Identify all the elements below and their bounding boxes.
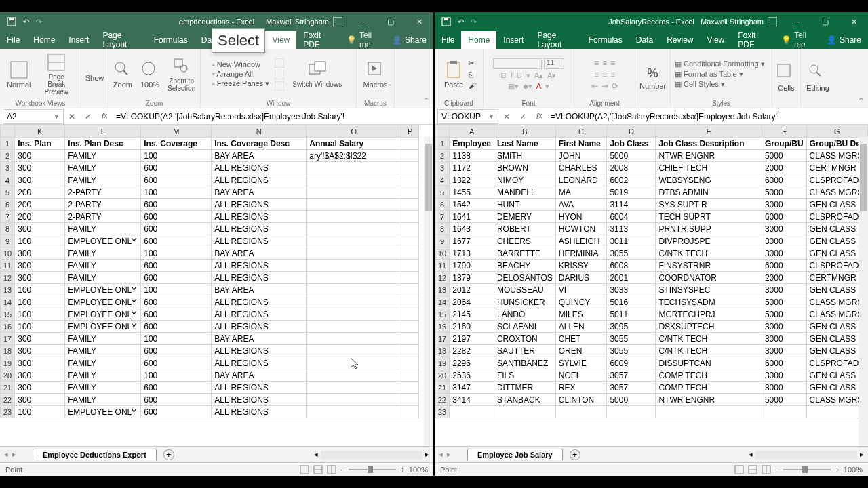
tab-page-layout[interactable]: Page Layout bbox=[530, 31, 581, 49]
cell[interactable] bbox=[401, 211, 419, 223]
cell[interactable] bbox=[401, 357, 419, 369]
cell[interactable]: 600 bbox=[141, 272, 212, 284]
cell[interactable]: 2008 bbox=[607, 162, 656, 174]
cell[interactable]: 3000 bbox=[762, 369, 806, 382]
cell[interactable]: ALL REGIONS bbox=[212, 296, 307, 308]
cell[interactable]: EMPLOYEE ONLY bbox=[65, 296, 141, 308]
cell[interactable]: ALL REGIONS bbox=[212, 272, 307, 284]
cell[interactable] bbox=[307, 308, 401, 321]
cell[interactable]: FILS bbox=[494, 369, 555, 382]
cell[interactable]: 600 bbox=[141, 345, 212, 357]
cell[interactable]: 300 bbox=[15, 150, 65, 162]
hscroll-right-icon[interactable]: ▸ bbox=[860, 450, 864, 459]
undo-icon[interactable]: ↶ bbox=[458, 18, 464, 26]
cell[interactable]: ALL REGIONS bbox=[212, 382, 307, 394]
col-header[interactable]: D bbox=[607, 125, 656, 138]
cell[interactable]: 1172 bbox=[450, 162, 494, 174]
cell[interactable]: STINSYSPEC bbox=[656, 284, 762, 296]
cell[interactable]: DEMERY bbox=[494, 211, 555, 223]
cell[interactable]: 6008 bbox=[607, 260, 656, 272]
cell[interactable]: FAMILY bbox=[65, 174, 141, 186]
row-header[interactable]: 16 bbox=[435, 321, 450, 333]
cell[interactable]: ALL REGIONS bbox=[212, 174, 307, 186]
cell[interactable]: ALL REGIONS bbox=[212, 394, 307, 406]
cell[interactable]: 1641 bbox=[450, 211, 494, 223]
cell[interactable]: 600 bbox=[141, 308, 212, 321]
tab-formulas[interactable]: Formulas bbox=[147, 31, 195, 49]
row-header[interactable]: 7 bbox=[1, 211, 15, 223]
cell[interactable]: 600 bbox=[141, 260, 212, 272]
cell[interactable]: 100 bbox=[15, 321, 65, 333]
row-header[interactable]: 11 bbox=[1, 260, 15, 272]
enter-formula-button[interactable]: ✓ bbox=[80, 112, 96, 121]
cells-button[interactable]: Cells bbox=[774, 62, 799, 94]
row-header[interactable]: 18 bbox=[1, 345, 15, 357]
maximize-button[interactable]: ▢ bbox=[811, 12, 840, 31]
cell[interactable]: 200 bbox=[15, 186, 65, 199]
cell[interactable]: Ins. Coverage bbox=[141, 138, 212, 150]
cell[interactable]: TECH SUPRT bbox=[656, 211, 762, 223]
cell[interactable] bbox=[401, 284, 419, 296]
cell[interactable]: 3414 bbox=[450, 394, 494, 406]
view-pagebreak-icon[interactable] bbox=[327, 465, 336, 474]
cell[interactable]: CLINTON bbox=[555, 394, 607, 406]
cell[interactable]: 1713 bbox=[450, 247, 494, 260]
new-window-button[interactable]: ▫ New Window bbox=[212, 60, 270, 68]
row-header[interactable]: 5 bbox=[435, 186, 450, 199]
maximize-button[interactable]: ▢ bbox=[376, 12, 405, 31]
share-button[interactable]: 👤Share bbox=[820, 31, 868, 49]
row-header[interactable]: 13 bbox=[435, 284, 450, 296]
zoom-level[interactable]: 100% bbox=[844, 466, 863, 474]
cell[interactable]: 3000 bbox=[762, 247, 806, 260]
cell[interactable]: FAMILY bbox=[65, 223, 141, 235]
cell[interactable] bbox=[401, 345, 419, 357]
row-header[interactable]: 19 bbox=[435, 357, 450, 369]
cell[interactable]: AVA bbox=[555, 199, 607, 211]
cell[interactable]: 100 bbox=[141, 333, 212, 345]
cell[interactable] bbox=[401, 308, 419, 321]
cell[interactable]: 300 bbox=[15, 272, 65, 284]
cell[interactable] bbox=[307, 223, 401, 235]
cell[interactable]: DTBS ADMIN bbox=[656, 186, 762, 199]
sheet-nav-prev-icon[interactable]: ◂ bbox=[0, 450, 12, 459]
cell[interactable]: VI bbox=[555, 284, 607, 296]
cell[interactable]: DELOSANTOS bbox=[494, 272, 555, 284]
copy-icon[interactable]: ⎘ bbox=[469, 70, 476, 79]
cell[interactable] bbox=[307, 296, 401, 308]
cell[interactable]: 5000 bbox=[762, 186, 806, 199]
cell[interactable]: LEONARD bbox=[555, 174, 607, 186]
zoom-in-button[interactable]: + bbox=[400, 466, 404, 474]
tab-file[interactable]: File bbox=[0, 31, 26, 49]
cell[interactable]: 3011 bbox=[607, 235, 656, 247]
cell[interactable]: 6000 bbox=[762, 357, 806, 369]
cell[interactable]: Job Class bbox=[607, 138, 656, 150]
row-header[interactable]: 8 bbox=[1, 223, 15, 235]
cell[interactable]: ALL REGIONS bbox=[212, 406, 307, 418]
cell[interactable]: Last Name bbox=[494, 138, 555, 150]
cell[interactable]: 3000 bbox=[762, 223, 806, 235]
cell[interactable]: Job Class Description bbox=[656, 138, 762, 150]
row-header[interactable]: 3 bbox=[435, 162, 450, 174]
switch-windows-button[interactable]: Switch Windows bbox=[290, 59, 344, 89]
cell[interactable]: 2000 bbox=[762, 162, 806, 174]
cell[interactable]: FAMILY bbox=[65, 162, 141, 174]
view-normal-icon[interactable] bbox=[734, 465, 744, 474]
cell[interactable] bbox=[401, 272, 419, 284]
cell[interactable]: SYLVIE bbox=[555, 357, 607, 369]
cell[interactable]: QUINCY bbox=[555, 296, 607, 308]
cell[interactable]: 3000 bbox=[762, 284, 806, 296]
cell[interactable]: ASHLEIGH bbox=[555, 235, 607, 247]
cell[interactable]: 1542 bbox=[450, 199, 494, 211]
tab-file[interactable]: File bbox=[435, 31, 461, 49]
cell[interactable] bbox=[307, 321, 401, 333]
cell[interactable]: 3000 bbox=[762, 382, 806, 394]
cell[interactable]: CHEERS bbox=[494, 235, 555, 247]
cell[interactable] bbox=[401, 235, 419, 247]
cell[interactable]: Ins. Coverage Desc bbox=[212, 138, 307, 150]
cell[interactable]: STANBACK bbox=[494, 394, 555, 406]
redo-icon[interactable]: ↷ bbox=[471, 18, 477, 26]
cell[interactable]: ALL REGIONS bbox=[212, 308, 307, 321]
cell[interactable]: BAY AREA bbox=[212, 150, 307, 162]
cell[interactable]: HYON bbox=[555, 211, 607, 223]
col-header[interactable]: N bbox=[212, 125, 307, 138]
